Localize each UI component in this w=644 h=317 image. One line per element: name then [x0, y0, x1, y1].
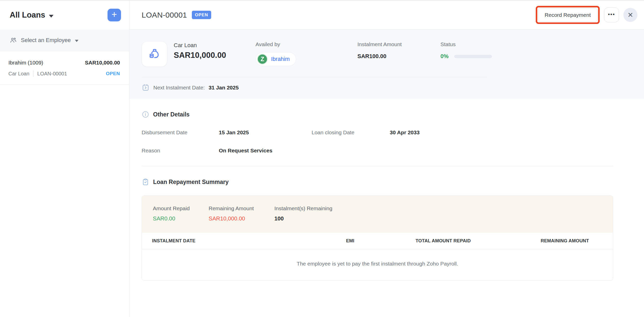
- field-value: 30 Apr 2033: [390, 129, 632, 136]
- loan-item-id: LOAN-00001: [37, 71, 67, 77]
- repayment-summary-section: Loan Repayment Summary Amount Repaid SAR…: [129, 166, 644, 281]
- more-actions-button[interactable]: •••: [604, 7, 619, 22]
- avatar: Z: [257, 54, 268, 64]
- next-instalment-date: 31 Jan 2025: [209, 85, 239, 91]
- availed-by-label: Availed by: [256, 41, 357, 47]
- divider: [33, 71, 33, 77]
- amount-repaid-value: SAR0.00: [153, 215, 209, 222]
- loan-item-status: OPEN: [106, 71, 120, 76]
- repayment-summary-card: Amount Repaid SAR0.00 Remaining Amount S…: [142, 195, 613, 281]
- other-details-section: Other Details Disbursement Date 15 Jan 2…: [129, 99, 644, 166]
- loan-detail-panel: LOAN-00001 OPEN Record Repayment ••• ✕: [129, 1, 644, 317]
- status-badge: OPEN: [192, 11, 211, 19]
- remaining-amount-value: SAR10,000.00: [209, 215, 274, 222]
- loan-amount: SAR10,000.00: [174, 51, 256, 60]
- employee-name-link: Ibrahim: [271, 56, 290, 62]
- instalment-amount-value: SAR100.00: [357, 53, 440, 60]
- instalment-amount-label: Instalment Amount: [357, 41, 440, 47]
- empty-state-message: The employee is yet to pay the first ins…: [142, 249, 613, 280]
- loans-sidebar: All Loans + Select an Employee Ibrahim (…: [0, 1, 129, 317]
- chevron-down-icon: [49, 15, 53, 18]
- instalments-remaining-value: 100: [274, 215, 613, 222]
- field-label: Reason: [142, 148, 219, 154]
- app-window: All Loans + Select an Employee Ibrahim (…: [0, 1, 644, 317]
- loan-detail-header: LOAN-00001 OPEN Record Repayment ••• ✕: [129, 1, 644, 30]
- next-instalment-label: Next Instalment Date:: [153, 85, 205, 91]
- stat-label: Remaining Amount: [209, 205, 274, 212]
- employee-chip[interactable]: Z Ibrahim: [256, 52, 296, 66]
- plus-icon: +: [112, 9, 117, 20]
- field-value: On Request Services: [219, 148, 312, 154]
- loan-item-type: Car Loan: [8, 71, 29, 77]
- clipboard-check-icon: [142, 178, 149, 186]
- sidebar-header: All Loans +: [0, 1, 129, 30]
- progress-bar: [454, 55, 492, 58]
- calendar-next-icon: [142, 84, 150, 91]
- page-title: LOAN-00001: [142, 11, 187, 19]
- loan-type-label: Car Loan: [174, 42, 256, 49]
- info-icon: [142, 111, 149, 118]
- column-header: TOTAL AMOUNT REPAID: [354, 238, 471, 244]
- loans-filter-dropdown[interactable]: All Loans: [10, 10, 53, 20]
- annotation-highlight: Record Repayment: [536, 6, 600, 24]
- loan-item-amount: SAR10,000.00: [85, 60, 120, 66]
- employee-filter-label: Select an Employee: [21, 37, 71, 44]
- loan-type-icon-box: [142, 41, 167, 67]
- column-header: INSTALMENT DATE: [152, 238, 278, 244]
- field-label: Loan closing Date: [312, 129, 390, 136]
- close-button[interactable]: ✕: [623, 8, 637, 22]
- add-loan-button[interactable]: +: [108, 9, 121, 21]
- employee-filter-dropdown[interactable]: Select an Employee: [0, 30, 129, 51]
- loans-filter-label: All Loans: [10, 10, 45, 20]
- column-header: EMI: [278, 238, 354, 244]
- stat-label: Amount Repaid: [153, 205, 209, 212]
- loan-overview-band: Car Loan SAR10,000.00 Availed by Z Ibrah…: [129, 30, 644, 99]
- repayment-summary-heading: Loan Repayment Summary: [153, 179, 229, 186]
- loan-list-item[interactable]: Ibrahim (1009) SAR10,000.00 Car Loan LOA…: [0, 51, 129, 85]
- ellipsis-icon: •••: [608, 11, 615, 17]
- close-icon: ✕: [627, 11, 633, 19]
- status-label: Status: [440, 41, 492, 47]
- chevron-down-icon: [75, 40, 78, 42]
- stat-label: Instalment(s) Remaining: [274, 205, 613, 212]
- record-repayment-button[interactable]: Record Repayment: [538, 8, 597, 22]
- field-label: Disbursement Date: [142, 129, 219, 136]
- repayment-table-header: INSTALMENT DATE EMI TOTAL AMOUNT REPAID …: [142, 233, 613, 249]
- loan-item-employee: Ibrahim (1009): [8, 60, 43, 66]
- field-value: 15 Jan 2025: [219, 129, 312, 136]
- people-icon: [10, 37, 17, 44]
- status-percent: 0%: [440, 53, 449, 60]
- column-header: REMAINING AMOUNT: [471, 238, 603, 244]
- money-bag-icon: [148, 48, 161, 60]
- summary-stats: Amount Repaid SAR0.00 Remaining Amount S…: [142, 196, 613, 233]
- other-details-heading: Other Details: [153, 111, 190, 118]
